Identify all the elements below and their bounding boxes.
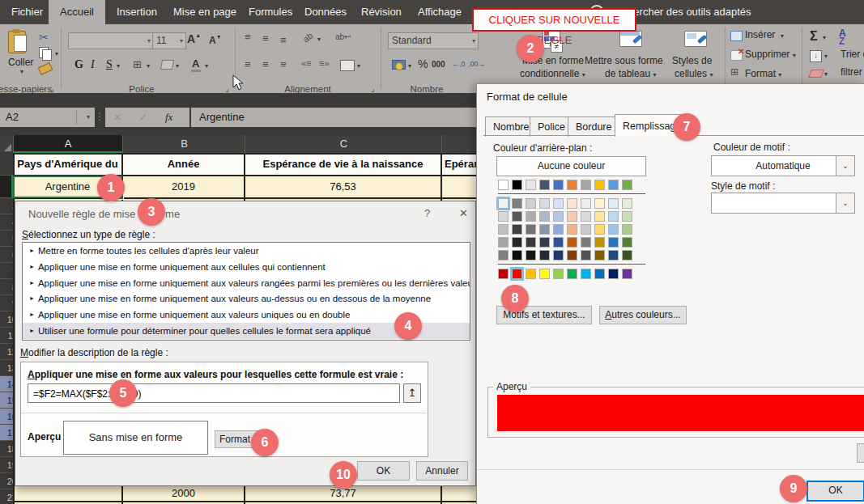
close-icon[interactable]: ✕ (459, 207, 468, 219)
tab-mise-en-page[interactable]: Mise en page (162, 0, 248, 24)
tint-color-swatch[interactable] (594, 250, 605, 260)
row-header-14[interactable]: 14 (0, 376, 13, 392)
cut-icon[interactable]: ✂ (39, 31, 49, 44)
tint-color-swatch[interactable] (567, 224, 577, 235)
tab-affichage[interactable]: Affichage (406, 0, 473, 24)
merge-center-icon[interactable] (340, 60, 355, 71)
tint-color-swatch[interactable] (526, 250, 536, 260)
paste-dropdown-icon[interactable]: ▾ (20, 68, 23, 75)
italic-button[interactable]: I (91, 58, 95, 71)
row-header-11[interactable]: 11 (0, 328, 13, 344)
tint-color-swatch[interactable] (539, 250, 550, 260)
tint-color-swatch[interactable] (512, 250, 522, 260)
row-header-18[interactable]: 18 (0, 441, 13, 457)
insert-button[interactable]: Insérer ▾ (745, 29, 784, 40)
row-header-12[interactable]: 12 (0, 344, 13, 360)
tint-color-swatch[interactable] (594, 211, 605, 222)
clipboard-dialog-launcher-icon[interactable]: ⌟ (50, 84, 54, 93)
row-header-1[interactable]: 1 (0, 153, 13, 176)
standard-color-swatch[interactable] (581, 269, 591, 279)
tint-color-swatch[interactable] (526, 224, 536, 235)
format-button[interactable]: Format ▾ (745, 68, 781, 79)
clear-button-partial[interactable] (857, 443, 864, 463)
row-header-17[interactable]: 17 (0, 425, 13, 441)
comma-style-icon[interactable]: 000 (432, 60, 445, 69)
row-header-20[interactable]: 20 (0, 473, 13, 489)
borders-dropdown-icon[interactable]: ▾ (147, 62, 150, 70)
tint-color-swatch[interactable] (622, 250, 632, 260)
tint-color-swatch[interactable] (526, 198, 536, 209)
wrap-text-icon[interactable]: ab↩ (335, 32, 351, 41)
font-name-combobox[interactable]: ▾ (68, 32, 154, 49)
cancel-icon[interactable]: ✕ (113, 108, 121, 127)
fill-color-dropdown-icon[interactable]: ▾ (176, 62, 179, 70)
align-right-icon[interactable]: ≡ (280, 58, 287, 70)
row-header-9[interactable]: 9 (0, 295, 13, 311)
tint-color-swatch[interactable] (622, 198, 632, 209)
tint-color-swatch[interactable] (622, 224, 632, 235)
tint-color-swatch[interactable] (553, 237, 564, 248)
chevron-down-icon[interactable]: ⌄ (836, 156, 854, 176)
theme-color-swatch[interactable] (608, 180, 619, 190)
tint-color-swatch[interactable] (594, 198, 605, 209)
standard-color-swatch[interactable] (567, 269, 577, 279)
rule-type-item[interactable]: ►Appliquer une mise en forme uniquement … (23, 275, 470, 291)
theme-color-swatch[interactable] (498, 180, 509, 190)
tint-color-swatch[interactable] (512, 211, 522, 222)
accounting-dropdown-icon[interactable]: ▾ (408, 62, 411, 70)
format-cells-ok-button[interactable]: OK (807, 481, 864, 502)
tint-color-swatch[interactable] (567, 211, 577, 222)
tint-color-swatch[interactable] (498, 224, 509, 235)
no-color-button[interactable]: Aucune couleur (496, 156, 646, 176)
tint-color-swatch[interactable] (608, 211, 619, 222)
row-header-8[interactable]: 8 (0, 279, 13, 295)
tint-color-swatch[interactable] (553, 250, 564, 260)
row-header-13[interactable]: 13 (0, 360, 13, 376)
increase-indent-icon[interactable]: ≡» (319, 58, 330, 68)
format-as-table-button[interactable]: Mettre sous forme (585, 55, 663, 66)
clear-dropdown-icon[interactable]: ▾ (824, 70, 828, 78)
paste-label[interactable]: Coller (8, 57, 33, 68)
rule-type-item[interactable]: ►Appliquer une mise en forme uniquement … (23, 290, 470, 307)
insert-function-icon[interactable]: fx (165, 108, 172, 127)
row-header-21[interactable]: 21 (0, 489, 13, 504)
tab-bordure[interactable]: Bordure (568, 116, 619, 137)
format-painter-icon[interactable] (38, 62, 53, 75)
standard-color-swatch[interactable] (594, 269, 605, 279)
tint-color-swatch[interactable] (539, 198, 550, 209)
header-cell-esperance[interactable]: Espérance de vie à la naissance (245, 153, 441, 176)
format-as-table-button-line2[interactable]: de tableau ▾ (605, 68, 656, 79)
font-color-dropdown-icon[interactable]: ▾ (205, 62, 208, 70)
standard-color-swatch[interactable] (539, 269, 550, 279)
cell-styles-button[interactable]: Styles de (672, 55, 712, 66)
tab-donnees[interactable]: Données (293, 0, 358, 24)
name-box[interactable]: A2 ▾ (0, 108, 95, 127)
tint-color-swatch[interactable] (512, 198, 522, 209)
row-header-5[interactable]: 5 (0, 231, 13, 247)
row-header-19[interactable]: 19 (0, 457, 13, 473)
header-cell-d[interactable]: Epérance (441, 153, 479, 176)
tint-color-swatch[interactable] (622, 211, 632, 222)
row-header-3[interactable]: 3 (0, 198, 13, 214)
tint-color-swatch[interactable] (581, 237, 591, 248)
autosum-dropdown-icon[interactable]: ▾ (823, 34, 826, 41)
help-icon[interactable]: ? (424, 207, 430, 219)
decrease-decimal-icon[interactable]: ,00→ (468, 60, 486, 68)
tint-color-swatch[interactable] (553, 211, 564, 222)
select-all-corner[interactable] (0, 135, 13, 153)
cell-c2[interactable]: 76,53 (245, 176, 441, 198)
column-header-a[interactable]: A (13, 135, 122, 153)
underline-button[interactable]: S (106, 58, 113, 71)
tint-color-swatch[interactable] (608, 224, 619, 235)
align-center-icon[interactable]: ≡ (262, 58, 269, 70)
decrease-indent-icon[interactable]: «≡ (301, 58, 312, 68)
align-bottom-icon[interactable]: ≡ (280, 34, 287, 46)
row-header-4[interactable]: 4 (0, 214, 13, 231)
tab-insertion[interactable]: Insertion (105, 0, 168, 24)
rule-type-item[interactable]: ►Mettre en forme toutes les cellules d'a… (23, 243, 470, 259)
name-box-dropdown-icon[interactable]: ▾ (87, 108, 90, 127)
standard-color-swatch[interactable] (553, 269, 564, 279)
row-header-16[interactable]: 16 (0, 409, 13, 425)
tint-color-swatch[interactable] (512, 224, 522, 235)
theme-color-swatch[interactable] (553, 180, 564, 190)
